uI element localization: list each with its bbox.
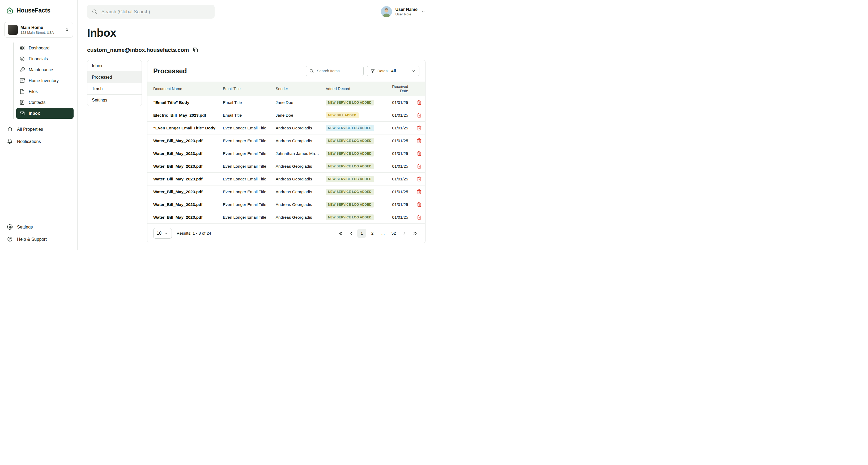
pagination-last-button[interactable] [410,229,420,238]
sidebar-item-inbox[interactable]: Inbox [16,108,73,119]
table-row[interactable]: Water_Bill_May_2023.pdf Even Longer Emai… [147,173,425,185]
pagination-page-1[interactable]: 1 [357,229,366,238]
sidebar-nav: Dashboard Financials Maintenance Home In… [13,42,77,119]
sidebar-item-home-inventory[interactable]: Home Inventory [16,75,77,86]
sidebar-item-maintenance[interactable]: Maintenance [16,64,77,75]
delete-row-button[interactable] [416,99,422,106]
inbox-email-row: custom_name@inbox.housefacts.com [87,47,426,53]
global-search[interactable] [87,5,215,19]
delete-row-button[interactable] [416,138,422,144]
sidebar-item-settings[interactable]: Settings [0,221,77,233]
pagination-page-52[interactable]: 52 [389,229,398,238]
sidebar-item-notifications[interactable]: Notifications [0,135,77,147]
table-body: “Email Title” Body Email Title Jane Doe … [147,96,425,224]
delete-row-button[interactable] [416,125,422,131]
cell-email-title: Even Longer Email Title [220,160,273,173]
cell-actions [411,135,425,147]
status-badge: NEW SERVICE LOG ADDED [326,138,374,144]
cell-email-title: Even Longer Email Title [220,135,273,147]
sidebar-item-label: Inbox [29,111,40,116]
cell-sender: Andreas Georgiadis [273,160,322,173]
delete-row-button[interactable] [416,163,422,169]
sidebar-item-financials[interactable]: Financials [16,53,77,64]
table-row[interactable]: “Even Longer Email Title” Body Even Long… [147,122,425,135]
search-icon [309,68,314,73]
cell-added-record: NEW BILL ADDED [322,109,385,122]
status-badge: NEW SERVICE LOG ADDED [326,176,374,182]
sidebar-item-label: Contacts [29,100,45,105]
cell-document-name: Water_Bill_May_2023.pdf [147,135,220,147]
tab-trash[interactable]: Trash [87,83,142,95]
chevrons-left-icon [338,231,343,236]
cell-email-title: Even Longer Email Title [220,147,273,160]
filter-funnel-icon [371,69,375,73]
column-email-title: Email Title [220,82,273,96]
user-menu[interactable]: User Name User Role [381,6,426,17]
tab-settings[interactable]: Settings [87,95,142,106]
cell-received-date: 01/01/25 [385,147,411,160]
pagination-first-button[interactable] [336,229,345,238]
table-row[interactable]: Water_Bill_May_2023.pdf Even Longer Emai… [147,147,425,160]
property-selector[interactable]: Main Home 123 Main Street, USA [4,22,73,38]
cell-document-name: Water_Bill_May_2023.pdf [147,211,220,224]
delete-row-button[interactable] [416,201,422,207]
table-row[interactable]: Water_Bill_May_2023.pdf Even Longer Emai… [147,198,425,211]
sidebar-item-help-support[interactable]: Help & Support [0,233,77,245]
sidebar-item-files[interactable]: Files [16,86,77,97]
cell-document-name: Water_Bill_May_2023.pdf [147,198,220,211]
tab-inbox[interactable]: Inbox [87,60,142,72]
sidebar-item-all-properties[interactable]: All Properties [0,123,77,135]
cell-document-name: Water_Bill_May_2023.pdf [147,173,220,185]
delete-row-button[interactable] [416,150,422,156]
archive-box-icon [20,78,25,83]
topbar: User Name User Role [87,5,426,19]
chevron-down-icon [421,9,426,14]
items-search[interactable] [306,66,364,76]
page-size-select[interactable]: 10 [153,228,172,239]
global-search-input[interactable] [101,9,210,15]
tab-processed[interactable]: Processed [87,72,142,83]
table-row[interactable]: “Email Title” Body Email Title Jane Doe … [147,96,425,109]
table-row[interactable]: Water_Bill_May_2023.pdf Even Longer Emai… [147,185,425,198]
cell-received-date: 01/01/25 [385,185,411,198]
items-search-input[interactable] [316,68,360,73]
delete-row-button[interactable] [416,112,422,118]
copy-email-button[interactable] [192,47,198,53]
chevron-right-icon [402,231,407,236]
cell-document-name: Electric_Bill_May_2023.pdf [147,109,220,122]
sidebar-item-dashboard[interactable]: Dashboard [16,42,77,53]
pagination-page-2[interactable]: 2 [368,229,377,238]
dates-filter-button[interactable]: Dates: All [367,66,420,76]
cell-email-title: Even Longer Email Title [220,198,273,211]
sidebar-item-label: All Properties [17,127,43,132]
trash-icon [417,100,422,105]
chevrons-right-icon [412,231,417,236]
cell-document-name: Water_Bill_May_2023.pdf [147,185,220,198]
status-badge: NEW SERVICE LOG ADDED [326,164,374,169]
pagination-next-button[interactable] [400,229,409,238]
sidebar-item-label: Home Inventory [29,78,59,83]
brand-name: HouseFacts [17,7,50,14]
cell-actions [411,147,425,160]
cell-received-date: 01/01/25 [385,160,411,173]
delete-row-button[interactable] [416,188,422,195]
sidebar-item-contacts[interactable]: Contacts [16,97,77,108]
inbox-email-address: custom_name@inbox.housefacts.com [87,47,189,53]
status-badge: NEW SERVICE LOG ADDED [326,189,374,195]
cell-document-name: Water_Bill_May_2023.pdf [147,160,220,173]
delete-row-button[interactable] [416,214,422,220]
page-size-value: 10 [157,231,161,236]
table-header: Document Name Email Title Sender Added R… [147,82,425,96]
cell-actions [411,109,425,122]
table-row[interactable]: Water_Bill_May_2023.pdf Even Longer Emai… [147,135,425,147]
sidebar-item-label: Financials [29,57,48,61]
panel-title: Processed [153,67,187,75]
sidebar-item-label: Maintenance [29,67,53,72]
table-row[interactable]: Electric_Bill_May_2023.pdf Email Title J… [147,109,425,122]
delete-row-button[interactable] [416,176,422,182]
trash-icon [417,202,422,207]
pagination-prev-button[interactable] [347,229,355,238]
table-row[interactable]: Water_Bill_May_2023.pdf Even Longer Emai… [147,211,425,224]
cell-received-date: 01/01/25 [385,135,411,147]
table-row[interactable]: Water_Bill_May_2023.pdf Even Longer Emai… [147,160,425,173]
